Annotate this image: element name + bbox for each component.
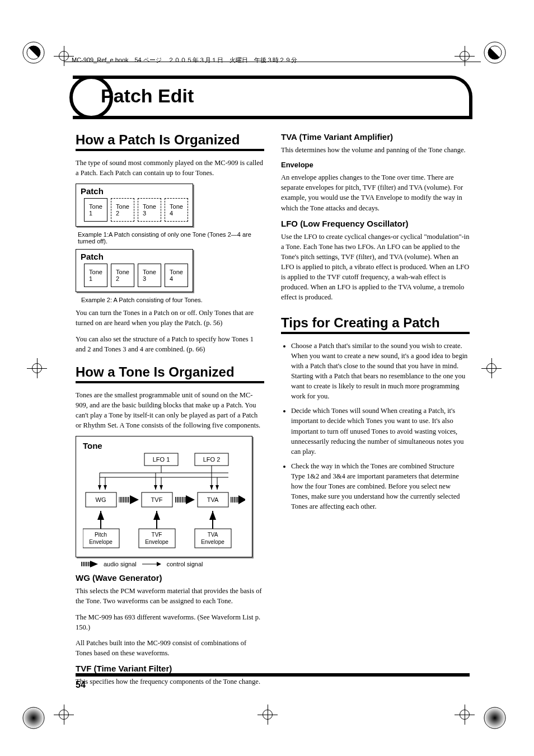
crop-mark-ml (27, 358, 47, 378)
legend-audio: audio signal (104, 561, 137, 567)
tone-box-title: Tone (83, 441, 245, 450)
tone-svg: LFO 1 LFO 2 WG (83, 450, 245, 551)
crop-mark-bc (257, 705, 278, 725)
svg-text:Envelope: Envelope (89, 539, 113, 545)
footer-rule (76, 673, 470, 677)
crop-mark-tr (455, 46, 475, 66)
svg-rect-42 (81, 562, 90, 566)
patch-diagram-1: Patch Tone1 Tone2 Tone3 Tone4 (76, 184, 264, 227)
wg-heading: WG (Wave Generator) (76, 573, 264, 583)
svg-rect-27 (119, 497, 130, 503)
tvf-heading: TVF (Time Variant Filter) (76, 664, 264, 673)
tone-1-on: Tone1 (84, 198, 107, 222)
tva-p: This determines how the volume and panni… (281, 145, 470, 155)
tva-heading: TVA (Time Variant Amplifier) (281, 132, 470, 142)
corner-circle-tl (22, 41, 45, 64)
corner-circle-bl (22, 707, 45, 729)
page-title: Patch Edit (101, 85, 194, 107)
envelope-p: An envelope applies changes to the Tone … (281, 172, 470, 213)
corner-circle-br (484, 707, 506, 729)
wg-p2: The MC-909 has 693 different waveforms. … (76, 612, 264, 632)
svg-text:WG: WG (96, 496, 106, 503)
heading-tips: Tips for Creating a Patch (281, 315, 470, 334)
tone-3: Tone3 (138, 264, 161, 287)
svg-text:Envelope: Envelope (145, 539, 168, 545)
crop-mark-tl (54, 46, 74, 66)
heading-patch-org: How a Patch Is Organized (76, 132, 264, 151)
crop-mark-br (455, 705, 475, 725)
patch-diagram-2: Patch Tone1 Tone2 Tone3 Tone4 (76, 249, 264, 292)
right-column: TVA (Time Variant Amplifier) This determ… (281, 132, 470, 692)
patch-label-1: Patch (81, 186, 188, 196)
patch-intro: The type of sound most commonly played o… (76, 158, 264, 178)
tone-intro: Tones are the smallest programmable unit… (76, 390, 264, 431)
svg-rect-29 (231, 497, 238, 503)
envelope-heading: Envelope (281, 161, 470, 169)
heading-tone-org: How a Tone Is Organized (76, 364, 264, 383)
svg-point-4 (23, 707, 44, 729)
tone-1: Tone1 (84, 264, 107, 287)
tips-list: Choose a Patch that's similar to the sou… (281, 341, 470, 512)
tip-3: Check the way in which the Tones are com… (291, 461, 470, 512)
legend-control: control signal (167, 561, 203, 567)
svg-text:TVA: TVA (208, 532, 218, 538)
tone-structure-text: You can also set the structure of a Patc… (76, 334, 264, 354)
svg-text:Envelope: Envelope (201, 539, 224, 545)
svg-text:LFO 1: LFO 1 (153, 456, 170, 463)
svg-text:LFO 2: LFO 2 (203, 456, 221, 463)
tone-4-off: Tone4 (165, 198, 188, 222)
tip-2: Decide which Tones will sound When creat… (291, 406, 470, 457)
tone-diagram: Tone LFO 1 LFO 2 (76, 436, 264, 557)
tone-2-off: Tone2 (111, 198, 134, 222)
tvf-p: This specifies how the frequency compone… (76, 677, 264, 687)
framemaker-header: MC-909_Ref_e.book 54 ページ ２００５年３月１日 火曜日 午… (72, 56, 297, 64)
tone-3-off: Tone3 (138, 198, 161, 222)
example-1-caption: Example 1:A Patch consisting of only one… (78, 231, 264, 245)
svg-text:TVF: TVF (152, 532, 162, 538)
example-2-caption: Example 2: A Patch consisting of four To… (81, 297, 264, 303)
body-columns: How a Patch Is Organized The type of sou… (76, 132, 470, 692)
corner-circle-tr (484, 41, 506, 64)
wg-p1: This selects the PCM waveform material t… (76, 586, 264, 606)
svg-rect-28 (175, 497, 186, 503)
svg-text:TVF: TVF (151, 496, 163, 503)
tone-onoff-text: You can turn the Tones in a Patch on or … (76, 308, 264, 328)
wg-p3: All Patches built into the MC-909 consis… (76, 638, 264, 658)
svg-point-5 (484, 707, 505, 729)
control-signal-icon (142, 561, 161, 567)
legend: audio signal control signal (81, 561, 264, 567)
lfo-heading: LFO (Low Frequency Oscillator) (281, 219, 470, 228)
tip-1: Choose a Patch that's similar to the sou… (291, 341, 470, 402)
left-column: How a Patch Is Organized The type of sou… (76, 132, 264, 692)
tone-2: Tone2 (111, 264, 134, 287)
svg-text:TVA: TVA (207, 496, 219, 503)
lfo-p: Use the LFO to create cyclical changes-o… (281, 232, 470, 303)
svg-text:Pitch: Pitch (95, 532, 107, 538)
tone-4: Tone4 (165, 264, 188, 287)
crop-mark-bl (54, 705, 74, 725)
page-number: 54 (76, 680, 86, 690)
audio-signal-icon (81, 561, 98, 567)
patch-label-2: Patch (81, 252, 188, 261)
crop-mark-mr (481, 358, 502, 378)
header-rule (64, 62, 481, 62)
